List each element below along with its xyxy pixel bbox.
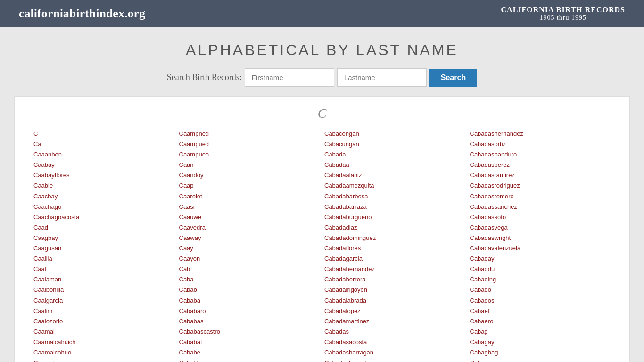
name-item[interactable]: Cab (179, 264, 320, 274)
name-item[interactable]: Cabadamartinez (324, 316, 465, 327)
record-title: CALIFORNIA BIRTH RECORDS (501, 6, 625, 14)
name-item[interactable]: Cabadabarbosa (324, 191, 465, 202)
search-bar: Search Birth Records: Search (0, 68, 644, 96)
name-item[interactable]: Caalbonilla (33, 285, 174, 295)
name-item[interactable]: Cabadasromero (470, 191, 611, 202)
name-item[interactable]: Cabadas (324, 327, 465, 337)
name-item[interactable]: Cabadasortiz (470, 139, 611, 149)
name-item[interactable]: Caamal (33, 327, 174, 337)
name-item[interactable]: Caalozorio (33, 316, 174, 327)
search-button[interactable]: Search (429, 69, 477, 87)
name-item[interactable]: Cabadalopez (324, 306, 465, 316)
name-item[interactable]: Cabadassoto (470, 212, 611, 222)
name-item[interactable]: Cabadasacosta (324, 337, 465, 347)
name-item[interactable]: Cabadadiaz (324, 222, 465, 233)
name-item[interactable]: Cabado (470, 285, 611, 295)
name-item[interactable]: Caagbay (33, 233, 174, 243)
name-item[interactable]: Cabagay (470, 337, 611, 347)
name-item[interactable]: Cabadaspanduro (470, 149, 611, 160)
name-item[interactable]: Cabadadominguez (324, 233, 465, 243)
name-item[interactable]: Cabables (179, 358, 320, 362)
name-item[interactable]: C (33, 129, 174, 139)
name-item[interactable]: Caaanbon (33, 149, 174, 160)
name-item[interactable]: Cabadalabrada (324, 296, 465, 306)
name-item[interactable]: Caamalparra (33, 358, 174, 362)
name-item[interactable]: Caad (33, 222, 174, 233)
name-item[interactable]: Cababascastro (179, 327, 320, 337)
name-item[interactable]: Caasi (179, 202, 320, 212)
name-item[interactable]: Caarolet (179, 191, 320, 202)
name-item[interactable]: Caacbay (33, 191, 174, 202)
name-item[interactable]: Cabading (470, 274, 611, 285)
name-item[interactable]: Caan (179, 160, 320, 170)
name-item[interactable]: Cabag (470, 327, 611, 337)
name-item[interactable]: Caandoy (179, 170, 320, 181)
name-item[interactable]: Cabadasrodriguez (470, 181, 611, 191)
name-item[interactable]: Caayon (179, 254, 320, 264)
name-item[interactable]: Cabadaswright (470, 233, 611, 243)
name-item[interactable]: Cabadasperez (470, 160, 611, 170)
name-item[interactable]: Caauwe (179, 212, 320, 222)
name-item[interactable]: Cabadaburgueno (324, 212, 465, 222)
name-item[interactable]: Cabadahernandez (324, 264, 465, 274)
name-item[interactable]: Cabadairigoyen (324, 285, 465, 295)
name-item[interactable]: Cababat (179, 337, 320, 347)
name-item[interactable]: Cabadaalaniz (324, 170, 465, 181)
name-item[interactable]: Cabage (470, 358, 611, 362)
name-item[interactable]: Cababa (179, 296, 320, 306)
name-item[interactable]: Cabacungan (324, 139, 465, 149)
name-item[interactable]: Cabagbag (470, 347, 611, 358)
name-item[interactable]: Caachago (33, 202, 174, 212)
name-item[interactable]: Caabay (33, 160, 174, 170)
name-item[interactable]: Caaway (179, 233, 320, 243)
name-item[interactable]: Cabadaflores (324, 243, 465, 254)
name-item[interactable]: Ca (33, 139, 174, 149)
name-item[interactable]: Cabaday (470, 254, 611, 264)
name-item[interactable]: Caamalcahuich (33, 337, 174, 347)
letter-heading: C (33, 106, 611, 121)
name-item[interactable]: Caampued (179, 139, 320, 149)
name-item[interactable]: Cabadassanchez (470, 202, 611, 212)
name-item[interactable]: Caavedra (179, 222, 320, 233)
name-item[interactable]: Cabaddu (470, 264, 611, 274)
name-item[interactable]: Cabacongan (324, 129, 465, 139)
name-item[interactable]: Cabael (470, 306, 611, 316)
name-item[interactable]: Caalgarcia (33, 296, 174, 306)
lastname-input[interactable] (337, 68, 427, 87)
name-item[interactable]: Caba (179, 274, 320, 285)
names-grid: CCaCaaanbonCaabayCaabayfloresCaabieCaacb… (33, 129, 611, 362)
name-item[interactable]: Cababas (179, 316, 320, 327)
name-item[interactable]: Cababaro (179, 306, 320, 316)
name-item[interactable]: Cabadaamezquita (324, 181, 465, 191)
name-item[interactable]: Caalaman (33, 274, 174, 285)
name-item[interactable]: Cabadasvega (470, 222, 611, 233)
name-item[interactable]: Caal (33, 264, 174, 274)
name-item[interactable]: Cabadasramirez (470, 170, 611, 181)
name-item[interactable]: Cabadagarcia (324, 254, 465, 264)
name-item[interactable]: Caay (179, 243, 320, 254)
name-item[interactable]: Caabie (33, 181, 174, 191)
name-item[interactable]: Caagusan (33, 243, 174, 254)
name-item[interactable]: Caachagoacosta (33, 212, 174, 222)
name-item[interactable]: Caampueo (179, 149, 320, 160)
name-item[interactable]: Cababe (179, 347, 320, 358)
name-item[interactable]: Cabadaherrera (324, 274, 465, 285)
name-item[interactable]: Cabadaa (324, 160, 465, 170)
name-item[interactable]: Cabadavalenzuela (470, 243, 611, 254)
name-item[interactable]: Caalim (33, 306, 174, 316)
name-item[interactable]: Cabadasbirrueta (324, 358, 465, 362)
name-item[interactable]: Caamalcohuo (33, 347, 174, 358)
site-title[interactable]: californiabirthindex.org (19, 7, 145, 21)
name-item[interactable]: Cabadasbarragan (324, 347, 465, 358)
name-item[interactable]: Cabadabarraza (324, 202, 465, 212)
name-item[interactable]: Cabab (179, 285, 320, 295)
name-item[interactable]: Caap (179, 181, 320, 191)
name-item[interactable]: Caailla (33, 254, 174, 264)
name-item[interactable]: Cabada (324, 149, 465, 160)
name-item[interactable]: Caampned (179, 129, 320, 139)
name-item[interactable]: Cabaero (470, 316, 611, 327)
name-item[interactable]: Cabados (470, 296, 611, 306)
name-item[interactable]: Caabayflores (33, 170, 174, 181)
name-item[interactable]: Cabadashernandez (470, 129, 611, 139)
firstname-input[interactable] (245, 68, 334, 87)
